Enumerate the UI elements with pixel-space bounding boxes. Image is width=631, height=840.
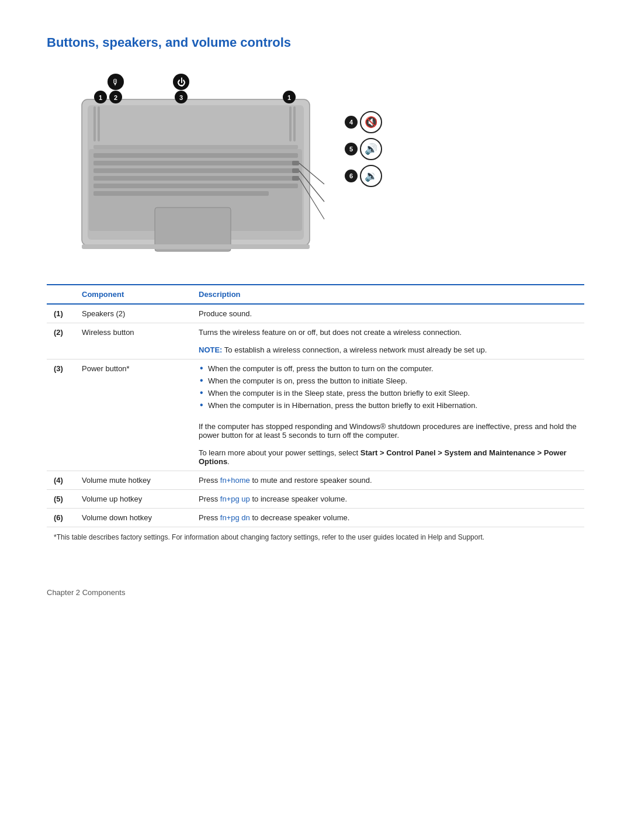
row-desc-1: Produce sound. [192, 304, 584, 323]
svg-text:2: 2 [114, 94, 117, 101]
svg-text:🎙: 🎙 [112, 78, 120, 87]
col-header-description: Description [192, 285, 584, 304]
num-badge-6: 6 [345, 170, 358, 182]
bullet-item: When the computer is in Hibernation, pre… [199, 401, 577, 410]
row-num-4: (4) [47, 471, 75, 490]
table-row: (5) Volume up hotkey Press fn+pg up to i… [47, 490, 584, 509]
svg-rect-11 [82, 244, 310, 249]
page-title: Buttons, speakers, and volume controls [47, 35, 584, 50]
num-badge-5: 5 [345, 143, 358, 155]
wireless-note: NOTE: To establish a wireless connection… [199, 345, 487, 354]
svg-rect-7 [93, 184, 298, 188]
power-extra1: If the computer has stopped responding a… [199, 422, 577, 440]
row-component-3: Power button* [75, 359, 192, 471]
row-num-6: (6) [47, 509, 75, 527]
svg-rect-18 [292, 176, 299, 181]
row-desc-5: Press fn+pg up to increase speaker volum… [192, 490, 584, 509]
component-table: Component Description (1) Speakers (2) P… [47, 284, 584, 547]
wireless-desc-main: Turns the wireless feature on or off, bu… [199, 328, 462, 337]
svg-rect-3 [93, 153, 298, 158]
bullet-item: When the computer is off, press the butt… [199, 364, 577, 373]
icon-vol-up: 🔊 [360, 138, 382, 160]
svg-rect-5 [93, 168, 298, 173]
hotkey-fnhome: fn+home [220, 476, 250, 485]
row-desc-3: When the computer is off, press the butt… [192, 359, 584, 471]
row-desc-2: Turns the wireless feature on or off, bu… [192, 323, 584, 359]
num-badge-4: 4 [345, 116, 358, 129]
svg-rect-12 [93, 106, 96, 141]
power-bullets: When the computer is off, press the butt… [199, 364, 577, 410]
col-header-num [47, 285, 75, 304]
row-desc-6: Press fn+pg dn to decrease speaker volum… [192, 509, 584, 527]
laptop-diagram: 1 2 🎙 3 ⏻ 1 [47, 64, 339, 263]
svg-rect-16 [292, 161, 299, 165]
hotkey-fnpgdn: fn+pg dn [220, 513, 250, 522]
power-extra2: To learn more about your power settings,… [199, 448, 567, 466]
side-icons: 4 🔇 5 🔊 6 🔉 [345, 111, 382, 187]
row-component-5: Volume up hotkey [75, 490, 192, 509]
icon-row-5: 5 🔊 [345, 138, 382, 160]
svg-text:1: 1 [99, 94, 102, 101]
icon-row-4: 4 🔇 [345, 111, 382, 133]
svg-text:3: 3 [179, 94, 183, 101]
note-label: NOTE: [199, 345, 222, 354]
footer-chapter: Chapter 2 Components [47, 588, 125, 597]
col-header-component: Component [75, 285, 192, 304]
bullet-item: When the computer is on, press the butto… [199, 376, 577, 385]
row-num-2: (2) [47, 323, 75, 359]
svg-text:1: 1 [287, 94, 291, 101]
row-desc-4: Press fn+home to mute and restore speake… [192, 471, 584, 490]
row-num-1: (1) [47, 304, 75, 323]
table-row: (6) Volume down hotkey Press fn+pg dn to… [47, 509, 584, 527]
diagram-section: 1 2 🎙 3 ⏻ 1 4 🔇 5 [47, 64, 584, 263]
table-row: (2) Wireless button Turns the wireless f… [47, 323, 584, 359]
footnote-text: *This table describes factory settings. … [47, 527, 584, 548]
icon-row-6: 6 🔉 [345, 165, 382, 187]
svg-rect-14 [289, 106, 292, 141]
icon-vol-down: 🔉 [360, 165, 382, 187]
svg-rect-4 [93, 161, 298, 165]
footnote-row: *This table describes factory settings. … [47, 527, 584, 548]
row-num-3: (3) [47, 359, 75, 471]
svg-rect-6 [93, 176, 298, 181]
power-bold-text: Start > Control Panel > System and Maint… [199, 448, 567, 466]
row-component-4: Volume mute hotkey [75, 471, 192, 490]
table-row: (1) Speakers (2) Produce sound. [47, 304, 584, 323]
svg-rect-15 [293, 106, 296, 141]
hotkey-fnpgup: fn+pg up [220, 495, 250, 503]
svg-rect-13 [98, 106, 100, 141]
row-component-6: Volume down hotkey [75, 509, 192, 527]
svg-text:⏻: ⏻ [177, 77, 186, 87]
table-row: (3) Power button* When the computer is o… [47, 359, 584, 471]
bullet-item: When the computer is in the Sleep state,… [199, 389, 577, 397]
svg-rect-9 [93, 145, 298, 149]
row-component-2: Wireless button [75, 323, 192, 359]
svg-rect-8 [93, 191, 269, 196]
table-row: (4) Volume mute hotkey Press fn+home to … [47, 471, 584, 490]
icon-mute: 🔇 [360, 111, 382, 133]
svg-rect-17 [292, 168, 299, 173]
row-num-5: (5) [47, 490, 75, 509]
row-component-1: Speakers (2) [75, 304, 192, 323]
page-footer: Chapter 2 Components [47, 582, 584, 597]
